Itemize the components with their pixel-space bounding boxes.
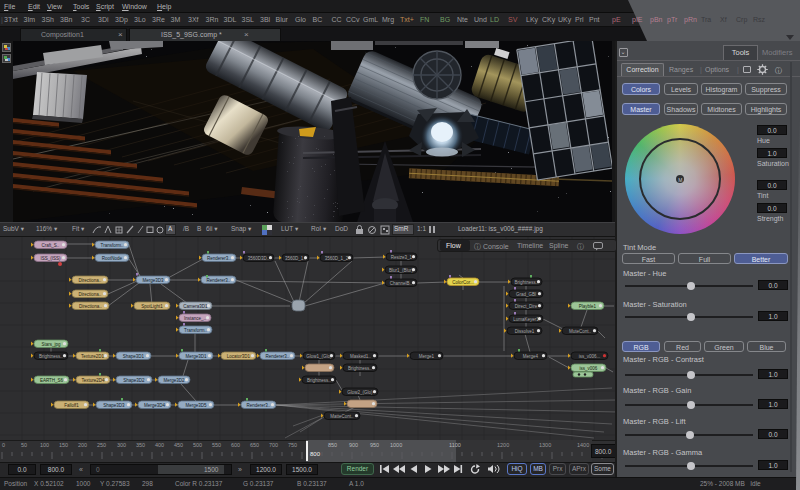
svg-text:Camera3D1: Camera3D1	[183, 304, 208, 309]
svg-text:Merge3D5: Merge3D5	[185, 403, 207, 408]
svg-text:Instance_..: Instance_..	[184, 316, 206, 321]
svg-text:Brightness..: Brightness..	[39, 354, 63, 359]
svg-text:Renderer3..: Renderer3..	[207, 256, 231, 261]
svg-text:Renderer3..: Renderer3..	[207, 278, 231, 283]
svg-text:Merge1: Merge1	[419, 354, 435, 359]
svg-text:ISS_(ISS): ISS_(ISS)	[40, 256, 61, 261]
svg-text:Playble1: Playble1	[579, 304, 597, 309]
svg-text:Shape3D1: Shape3D1	[123, 354, 145, 359]
svg-text:Directiona..: Directiona..	[79, 292, 102, 297]
svg-text:Directiona..: Directiona..	[79, 278, 102, 283]
svg-text:ChannelB..: ChannelB..	[390, 281, 412, 286]
svg-text:Brightness..: Brightness..	[515, 280, 539, 285]
svg-text:Grad_GBl: Grad_GBl	[516, 292, 536, 297]
svg-text:Shape3D3: Shape3D3	[103, 403, 125, 408]
svg-text:Falloff1: Falloff1	[64, 403, 79, 408]
svg-text:EARTH_S6: EARTH_S6	[40, 378, 64, 383]
svg-text:LumaKeyer1: LumaKeyer1	[513, 317, 539, 322]
svg-text:Shape3D2: Shape3D2	[123, 378, 145, 383]
svg-text:Resize3_1: Resize3_1	[391, 255, 413, 260]
svg-text:Craft_S..: Craft_S..	[42, 243, 60, 248]
svg-text:Dissolve1: Dissolve1	[515, 329, 535, 334]
svg-text:RootNode: RootNode	[102, 256, 123, 261]
svg-text:Merge3D3: Merge3D3	[142, 278, 164, 283]
svg-text:Direct_Dire: Direct_Dire	[515, 304, 538, 309]
svg-text:Merge3D2: Merge3D2	[163, 378, 185, 383]
svg-text:MuteCont..: MuteCont..	[569, 329, 591, 334]
svg-text:Renderer3..: Renderer3..	[266, 354, 290, 359]
svg-text:Merge4: Merge4	[523, 354, 539, 359]
svg-text:Transform..: Transform..	[101, 243, 124, 248]
svg-text:Stars_jpg: Stars_jpg	[41, 342, 61, 347]
svg-text:Merge3D1: Merge3D1	[185, 354, 207, 359]
svg-text:MatteCont..: MatteCont..	[330, 414, 353, 419]
svg-text:iss_v006: iss_v006	[580, 366, 598, 371]
svg-text:Directiona..: Directiona..	[79, 304, 102, 309]
svg-text:SpotLight1: SpotLight1	[141, 304, 163, 309]
svg-text:Texture2D4: Texture2D4	[81, 378, 105, 383]
svg-text:Brightness..: Brightness..	[307, 378, 331, 383]
svg-text:Glow1_(Glo): Glow1_(Glo)	[306, 354, 332, 359]
svg-text:iss_v006...: iss_v006...	[579, 354, 601, 359]
svg-text:Merge3D4: Merge3D4	[144, 403, 166, 408]
svg-text:3560D3D..: 3560D3D..	[248, 256, 270, 261]
svg-text:Blur1_(Blur): Blur1_(Blur)	[389, 268, 414, 273]
svg-text:3560D_1..: 3560D_1..	[285, 256, 306, 261]
svg-text:3560D_1_2: 3560D_1_2	[325, 256, 349, 261]
svg-text:Renderer3..: Renderer3..	[247, 403, 271, 408]
svg-text:Texture2D1: Texture2D1	[81, 354, 105, 359]
svg-text:ColorCor...: ColorCor...	[452, 280, 474, 285]
svg-text:Masked1..: Masked1..	[350, 354, 371, 359]
svg-text:Transform..: Transform..	[184, 328, 207, 333]
svg-text:Brightness..: Brightness..	[348, 366, 372, 371]
svg-text:Glow2_(Glo): Glow2_(Glo)	[347, 390, 373, 395]
svg-text:Locator3D1: Locator3D1	[227, 354, 251, 359]
